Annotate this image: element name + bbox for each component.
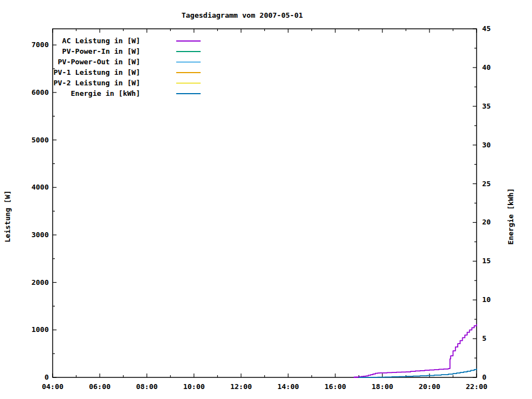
y2-tick-label: 0 <box>482 373 487 381</box>
y2-tick-label: 15 <box>482 257 491 265</box>
x-tick-label: 06:00 <box>89 382 110 391</box>
y-axis-label: Leistung [W] <box>3 161 13 272</box>
x-tick-label: 16:00 <box>324 382 346 391</box>
legend-item: PV-2 Leistung in [W] <box>0 78 211 88</box>
legend-item: AC Leistung in [W] <box>0 36 211 46</box>
x-tick-label: 22:00 <box>466 382 487 391</box>
legend-item-label: AC Leistung in [W] <box>33 36 140 46</box>
series-line-0 <box>354 324 477 377</box>
legend-line-sample <box>176 72 201 73</box>
legend-line-sample <box>176 93 201 94</box>
chart-canvas: 04:0006:0008:0010:0012:0014:0016:0018:00… <box>0 0 532 399</box>
legend-line-sample <box>176 40 201 42</box>
y-tick-label: 2000 <box>32 278 49 287</box>
y-tick-label: 0 <box>44 373 49 381</box>
x-tick-label: 20:00 <box>418 382 440 391</box>
x-tick-label: 12:00 <box>230 382 252 391</box>
y-tick-label: 4000 <box>32 183 49 191</box>
y-tick-label: 3000 <box>32 231 49 239</box>
y2-tick-label: 5 <box>482 334 487 342</box>
y2-tick-label: 10 <box>482 295 491 304</box>
x-tick-label: 08:00 <box>136 382 157 391</box>
chart-title: Tagesdiagramm vom 2007-05-01 <box>109 11 375 19</box>
y2-tick-label: 45 <box>482 24 491 33</box>
legend-line-sample <box>176 83 201 84</box>
y-tick-label: 5000 <box>32 136 49 144</box>
legend-line-sample <box>176 62 201 63</box>
legend-item: PV-Power-Out in [W] <box>0 57 211 67</box>
y2-tick-label: 20 <box>482 218 491 226</box>
legend-item: Energie in [kWh] <box>0 89 211 99</box>
y-tick-label: 1000 <box>32 325 49 334</box>
legend-item-label: PV-Power-Out in [W] <box>33 57 140 67</box>
legend-item-label: PV-1 Leistung in [W] <box>33 68 140 78</box>
legend-item-label: PV-Power-In in [W] <box>33 47 140 57</box>
legend-item: PV-1 Leistung in [W] <box>0 68 211 78</box>
legend-line-sample <box>176 51 201 52</box>
x-tick-label: 18:00 <box>371 382 393 391</box>
legend-item-label: PV-2 Leistung in [W] <box>33 78 140 88</box>
y2-axis-label: Energie [kWh] <box>507 161 516 272</box>
x-tick-label: 14:00 <box>277 382 299 391</box>
legend-item-label: Energie in [kWh] <box>33 89 140 99</box>
y2-tick-label: 30 <box>482 141 491 149</box>
x-tick-label: 10:00 <box>183 382 204 391</box>
legend-item: PV-Power-In in [W] <box>0 47 211 57</box>
y2-tick-label: 35 <box>482 102 491 110</box>
y2-tick-label: 40 <box>482 63 491 71</box>
x-tick-label: 04:00 <box>42 382 63 391</box>
y2-tick-label: 25 <box>482 180 491 188</box>
